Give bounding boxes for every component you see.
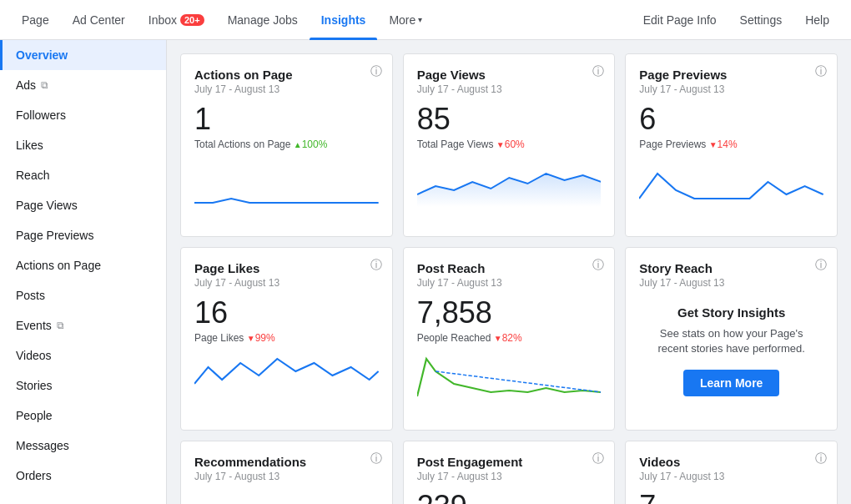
card-value: 7,858 (417, 295, 602, 330)
card-story-reach: Story Reach July 17 - August 13 ⓘ Get St… (625, 247, 838, 431)
top-nav: Page Ad Center Inbox 20+ Manage Jobs Ins… (0, 0, 851, 40)
card-label: Total Actions on Page 100% (194, 139, 379, 150)
card-title: Post Reach (417, 261, 602, 275)
card-date: July 17 - August 13 (639, 277, 823, 289)
sidebar-item-people[interactable]: People (0, 401, 166, 431)
card-label: Total Page Views 60% (417, 139, 602, 150)
card-videos: Videos July 17 - August 13 ⓘ 7 3-Second … (625, 441, 838, 504)
learn-more-button[interactable]: Learn More (683, 370, 779, 396)
trend-up: 100% (294, 139, 328, 150)
card-title: Recommendations (194, 455, 379, 469)
card-date: July 17 - August 13 (417, 471, 602, 482)
card-title: Story Reach (639, 261, 823, 275)
nav-ad-center[interactable]: Ad Center (61, 0, 137, 40)
card-title: Page Previews (639, 68, 823, 82)
sidebar-item-posts[interactable]: Posts (0, 280, 166, 310)
story-reach-title: Get Story Insights (677, 305, 785, 320)
card-date: July 17 - August 13 (417, 277, 602, 289)
trend-down: 14% (709, 139, 738, 150)
info-icon[interactable]: ⓘ (815, 258, 827, 273)
chart-container (194, 350, 379, 401)
trend-down: 82% (494, 332, 522, 344)
sidebar-item-events[interactable]: Events ⧉ (0, 310, 166, 340)
external-link-icon: ⧉ (41, 79, 48, 91)
card-post-reach: Post Reach July 17 - August 13 ⓘ 7,858 P… (403, 247, 616, 431)
sidebar-item-stories[interactable]: Stories (0, 370, 166, 401)
nav-more[interactable]: More ▾ (377, 0, 434, 40)
sidebar-item-likes[interactable]: Likes (0, 130, 166, 160)
nav-insights[interactable]: Insights (310, 0, 378, 40)
nav-right: Edit Page Info Settings Help (632, 0, 841, 40)
card-value: 6 (639, 102, 823, 137)
sidebar-item-reach[interactable]: Reach (0, 160, 166, 190)
sidebar-item-actions-on-page[interactable]: Actions on Page (0, 250, 166, 280)
info-icon[interactable]: ⓘ (370, 64, 382, 79)
card-date: July 17 - August 13 (417, 83, 602, 95)
story-reach-desc: See stats on how your Page's recent stor… (647, 326, 815, 356)
chart-container (417, 350, 602, 401)
layout: Overview Ads ⧉ Followers Likes Reach Pag… (0, 40, 851, 504)
sidebar-item-orders[interactable]: Orders (0, 461, 166, 491)
main-content: Actions on Page July 17 - August 13 ⓘ 1 … (167, 40, 851, 504)
info-icon[interactable]: ⓘ (592, 258, 604, 273)
card-page-likes: Page Likes July 17 - August 13 ⓘ 16 Page… (180, 247, 393, 431)
card-date: July 17 - August 13 (194, 277, 379, 289)
trend-down: 99% (247, 332, 275, 344)
chart-container (639, 157, 823, 207)
info-icon[interactable]: ⓘ (370, 451, 382, 466)
card-title: Page Likes (194, 261, 379, 275)
sidebar-item-page-previews[interactable]: Page Previews (0, 220, 166, 250)
card-value: 1 (194, 102, 379, 137)
nav-inbox[interactable]: Inbox 20+ (137, 0, 216, 40)
card-page-previews: Page Previews July 17 - August 13 ⓘ 6 Pa… (625, 53, 838, 237)
card-value: 239 (417, 489, 602, 504)
nav-help[interactable]: Help (793, 0, 841, 40)
card-post-engagement: Post Engagement July 17 - August 13 ⓘ 23… (403, 441, 616, 504)
card-label: People Reached 82% (417, 332, 602, 344)
info-icon[interactable]: ⓘ (592, 64, 604, 79)
card-label: Page Likes 99% (194, 332, 379, 344)
info-icon[interactable]: ⓘ (592, 451, 604, 466)
card-label: Page Previews 14% (639, 139, 823, 150)
nav-edit-page-info[interactable]: Edit Page Info (632, 0, 728, 40)
card-recommendations: Recommendations July 17 - August 13 ⓘ (180, 441, 393, 504)
sidebar-item-followers[interactable]: Followers (0, 100, 166, 130)
card-date: July 17 - August 13 (194, 83, 379, 95)
inbox-badge: 20+ (180, 14, 204, 26)
card-title: Videos (639, 455, 823, 469)
nav-left: Page Ad Center Inbox 20+ Manage Jobs Ins… (10, 0, 434, 40)
chart-container (417, 157, 602, 207)
card-value: 7 (639, 489, 823, 504)
card-actions-on-page: Actions on Page July 17 - August 13 ⓘ 1 … (180, 53, 393, 237)
nav-settings[interactable]: Settings (728, 0, 794, 40)
card-value: 16 (194, 295, 379, 330)
sidebar: Overview Ads ⧉ Followers Likes Reach Pag… (0, 40, 167, 504)
chart-container (194, 157, 379, 207)
card-grid: Actions on Page July 17 - August 13 ⓘ 1 … (180, 53, 838, 504)
external-link-icon: ⧉ (57, 320, 64, 331)
sidebar-item-page-views[interactable]: Page Views (0, 190, 166, 220)
card-date: July 17 - August 13 (639, 83, 823, 95)
info-icon[interactable]: ⓘ (815, 451, 827, 466)
nav-page[interactable]: Page (10, 0, 61, 40)
calendar-icon (194, 496, 379, 504)
sidebar-item-overview[interactable]: Overview (0, 40, 166, 70)
card-title: Post Engagement (417, 455, 602, 469)
sidebar-item-videos[interactable]: Videos (0, 340, 166, 370)
card-date: July 17 - August 13 (194, 471, 379, 482)
card-title: Actions on Page (194, 68, 379, 82)
card-title: Page Views (417, 68, 602, 82)
story-reach-content: Get Story Insights See stats on how your… (639, 289, 823, 413)
info-icon[interactable]: ⓘ (370, 258, 382, 273)
trend-down: 60% (496, 139, 525, 150)
nav-manage-jobs[interactable]: Manage Jobs (216, 0, 310, 40)
card-page-views: Page Views July 17 - August 13 ⓘ 85 Tota… (403, 53, 616, 237)
card-value: 85 (417, 102, 602, 137)
sidebar-item-ads[interactable]: Ads ⧉ (0, 70, 166, 100)
chevron-down-icon: ▾ (418, 15, 422, 24)
sidebar-item-messages[interactable]: Messages (0, 431, 166, 461)
card-date: July 17 - August 13 (639, 471, 823, 482)
info-icon[interactable]: ⓘ (815, 64, 827, 79)
